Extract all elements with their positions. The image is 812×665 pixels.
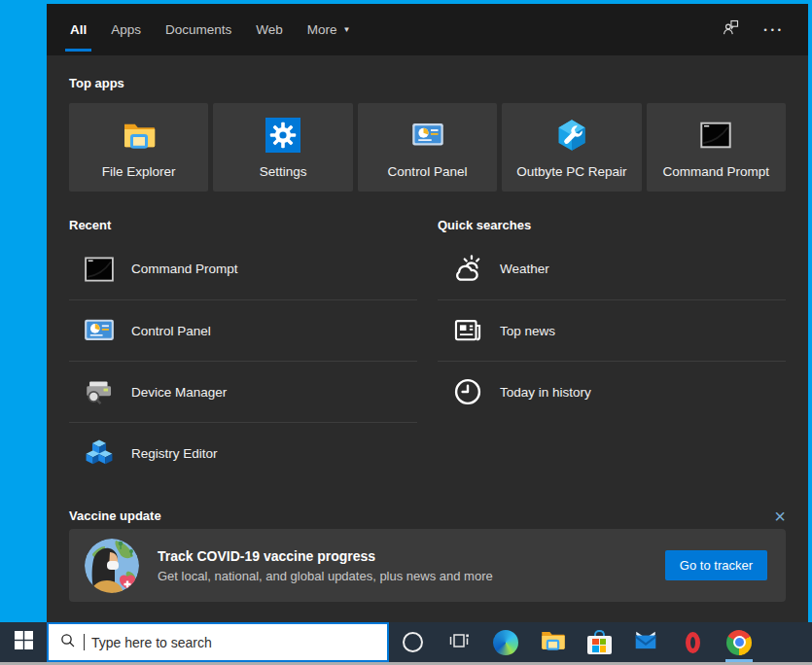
tile-command-prompt[interactable]: Command Prompt: [647, 103, 786, 192]
windows-logo-icon: [15, 631, 33, 653]
task-view-button[interactable]: [436, 622, 482, 662]
vaccine-banner[interactable]: Track COVID-19 vaccine progress Get loca…: [69, 529, 786, 602]
control-panel-icon: [82, 313, 117, 348]
control-panel-icon: [410, 117, 445, 154]
magnifier-icon: [59, 632, 77, 653]
user-feedback-icon[interactable]: [721, 18, 741, 42]
tab-documents[interactable]: Documents: [165, 4, 231, 55]
mail-envelope-icon: [633, 628, 658, 657]
start-button[interactable]: [0, 622, 47, 662]
item-label: Weather: [500, 262, 549, 276]
weather-sun-cloud-icon: [450, 252, 485, 287]
outbyte-wrench-icon: [554, 117, 589, 154]
opera-button[interactable]: [669, 622, 716, 662]
recent-item-device-manager[interactable]: Device Manager: [69, 361, 417, 422]
quick-search-top-news[interactable]: Top news: [438, 299, 786, 361]
quick-search-today-in-history[interactable]: Today in history: [438, 361, 786, 422]
top-apps-title: Top apps: [69, 76, 786, 90]
text-cursor: [84, 634, 85, 650]
tile-label: Settings: [260, 164, 307, 179]
folder-icon: [540, 627, 566, 657]
ellipsis-menu-icon[interactable]: •••: [764, 25, 785, 35]
history-clock-icon: [450, 374, 485, 409]
microsoft-store-icon: [587, 630, 612, 654]
vaccine-update-title: Vaccine update: [69, 508, 161, 523]
edge-button[interactable]: [482, 622, 529, 662]
quick-searches-title: Quick searches: [438, 218, 786, 232]
file-explorer-icon: [122, 117, 157, 154]
opera-icon: [686, 632, 700, 653]
mail-button[interactable]: [622, 622, 669, 662]
banner-headline: Track COVID-19 vaccine progress: [158, 548, 493, 564]
quick-search-weather[interactable]: Weather: [438, 238, 786, 299]
close-icon[interactable]: ×: [774, 509, 786, 523]
store-button[interactable]: [576, 622, 622, 662]
item-label: Today in history: [500, 385, 591, 400]
tab-more[interactable]: More ▼: [307, 4, 351, 55]
taskbar: Type here to search: [0, 622, 812, 662]
item-label: Device Manager: [131, 385, 227, 400]
banner-subtext: Get local, national, and global updates,…: [158, 569, 493, 583]
item-label: Control Panel: [131, 324, 211, 338]
recent-item-registry-editor[interactable]: Registry Editor: [69, 422, 417, 483]
cortana-button[interactable]: [389, 622, 436, 662]
tile-label: File Explorer: [102, 164, 176, 179]
chevron-down-icon: ▼: [343, 25, 351, 34]
tile-label: Outbyte PC Repair: [516, 164, 626, 179]
top-apps-grid: File Explorer: [69, 103, 786, 192]
tile-label: Command Prompt: [663, 164, 770, 179]
newspaper-icon: [450, 313, 485, 348]
tile-label: Control Panel: [388, 164, 468, 179]
file-explorer-button[interactable]: [529, 622, 576, 662]
tile-control-panel[interactable]: Control Panel: [358, 103, 497, 192]
recent-section: Recent Command Prompt: [69, 199, 417, 483]
search-placeholder-text: Type here to search: [91, 635, 212, 650]
command-prompt-icon: [698, 117, 733, 154]
task-view-icon: [447, 629, 471, 656]
quick-searches-section: Quick searches Weather: [438, 199, 786, 483]
chrome-button[interactable]: [716, 622, 762, 662]
tile-outbyte-pc-repair[interactable]: Outbyte PC Repair: [502, 103, 641, 192]
search-tab-bar: All Apps Documents Web More ▼ •••: [47, 4, 808, 55]
tile-file-explorer[interactable]: File Explorer: [69, 103, 208, 192]
recent-item-control-panel[interactable]: Control Panel: [69, 299, 417, 361]
tab-web[interactable]: Web: [256, 4, 283, 55]
go-to-tracker-button[interactable]: Go to tracker: [665, 550, 767, 580]
edge-browser-icon: [493, 630, 518, 655]
item-label: Top news: [500, 324, 555, 338]
search-panel: All Apps Documents Web More ▼ ••• Top ap…: [47, 4, 808, 622]
device-manager-icon: [82, 374, 117, 409]
registry-cubes-icon: [82, 436, 117, 471]
covid-globe-nurse-illustration: [85, 539, 139, 593]
tab-apps[interactable]: Apps: [111, 4, 141, 55]
recent-item-command-prompt[interactable]: Command Prompt: [69, 238, 417, 299]
tile-settings[interactable]: Settings: [213, 103, 352, 192]
taskbar-search-input[interactable]: Type here to search: [47, 622, 389, 662]
command-prompt-icon: [82, 252, 117, 287]
settings-gear-icon: [265, 117, 300, 154]
item-label: Command Prompt: [131, 262, 238, 276]
chrome-icon: [726, 630, 752, 655]
recent-title: Recent: [69, 218, 417, 232]
item-label: Registry Editor: [131, 446, 218, 461]
cortana-ring-icon: [403, 632, 423, 652]
tab-all[interactable]: All: [70, 4, 87, 55]
